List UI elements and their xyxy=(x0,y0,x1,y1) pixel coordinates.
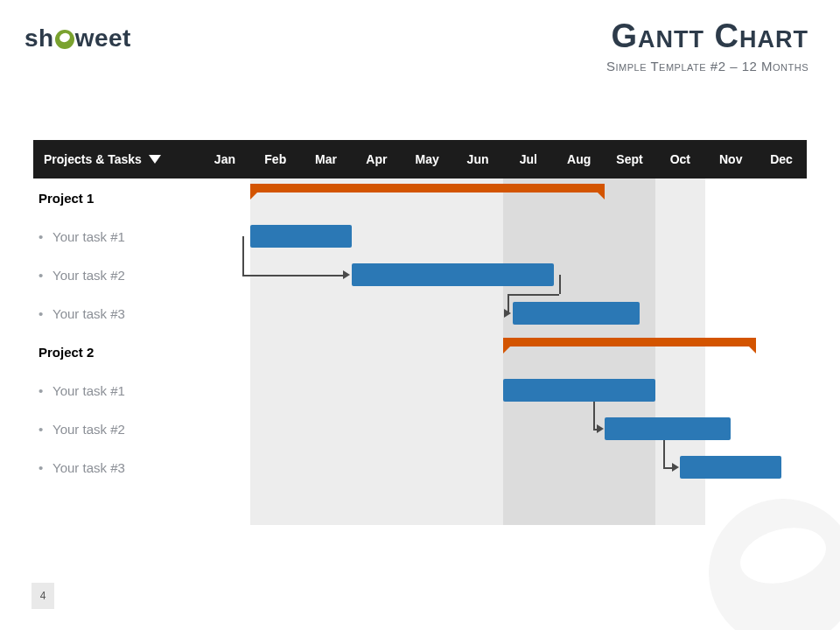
project-label: Project 2 xyxy=(33,345,200,360)
task-label: Your task #3 xyxy=(33,306,200,321)
task-row: Your task #2 xyxy=(33,256,807,294)
task-row: Your task #3 xyxy=(33,294,807,332)
projects-tasks-label: Projects & Tasks xyxy=(44,152,142,166)
gantt-rows: Project 1 Your task #1 Your task #2 xyxy=(33,178,807,486)
projects-tasks-header[interactable]: Projects & Tasks xyxy=(33,152,200,166)
month-sep: Sept xyxy=(605,152,655,166)
task-label: Your task #3 xyxy=(33,460,200,475)
timeline-header: Projects & Tasks Jan Feb Mar Apr May Jun… xyxy=(33,140,807,178)
chevron-down-icon xyxy=(149,155,161,164)
month-oct: Oct xyxy=(654,152,705,166)
gantt-chart: Projects & Tasks Jan Feb Mar Apr May Jun… xyxy=(33,140,807,525)
title-block: Gantt Chart Simple Template #2 – 12 Mont… xyxy=(606,18,808,74)
task-label: Your task #1 xyxy=(33,229,200,244)
task-bar[interactable] xyxy=(680,456,781,479)
month-dec: Dec xyxy=(756,152,807,166)
month-nov: Nov xyxy=(705,152,756,166)
month-mar: Mar xyxy=(301,152,352,166)
month-apr: Apr xyxy=(351,152,402,166)
task-row: Your task #3 xyxy=(33,448,807,486)
month-jan: Jan xyxy=(200,152,250,166)
dependency-connector xyxy=(559,275,561,294)
task-label: Your task #2 xyxy=(33,268,200,283)
project-span-bar[interactable] xyxy=(503,338,756,346)
month-aug: Aug xyxy=(554,152,605,166)
brand-logo: shweet xyxy=(24,24,131,52)
task-bar[interactable] xyxy=(250,225,352,248)
task-bar[interactable] xyxy=(352,263,554,286)
task-label: Your task #1 xyxy=(33,383,200,398)
page-title: Gantt Chart xyxy=(606,18,808,55)
page-subtitle: Simple Template #2 – 12 Months xyxy=(606,59,808,74)
task-row: Your task #2 xyxy=(33,410,807,448)
slide: shweet Gantt Chart Simple Template #2 – … xyxy=(0,0,840,630)
task-row: Your task #1 xyxy=(33,371,807,410)
task-bar[interactable] xyxy=(503,379,655,402)
month-jul: Jul xyxy=(503,152,554,166)
task-label: Your task #2 xyxy=(33,422,200,437)
leaf-icon xyxy=(55,30,74,49)
month-jun: Jun xyxy=(452,152,503,166)
page-number: 4 xyxy=(32,583,54,609)
month-may: May xyxy=(402,152,452,166)
month-feb: Feb xyxy=(250,152,301,166)
project-span-bar[interactable] xyxy=(250,184,605,192)
month-headers: Jan Feb Mar Apr May Jun Jul Aug Sept Oct… xyxy=(200,152,807,166)
task-row: Your task #1 xyxy=(33,217,807,256)
project-label: Project 1 xyxy=(33,191,200,206)
task-bar[interactable] xyxy=(605,417,732,440)
project-row: Project 1 xyxy=(33,178,807,217)
project-row: Project 2 xyxy=(33,332,807,371)
task-bar[interactable] xyxy=(513,302,640,325)
